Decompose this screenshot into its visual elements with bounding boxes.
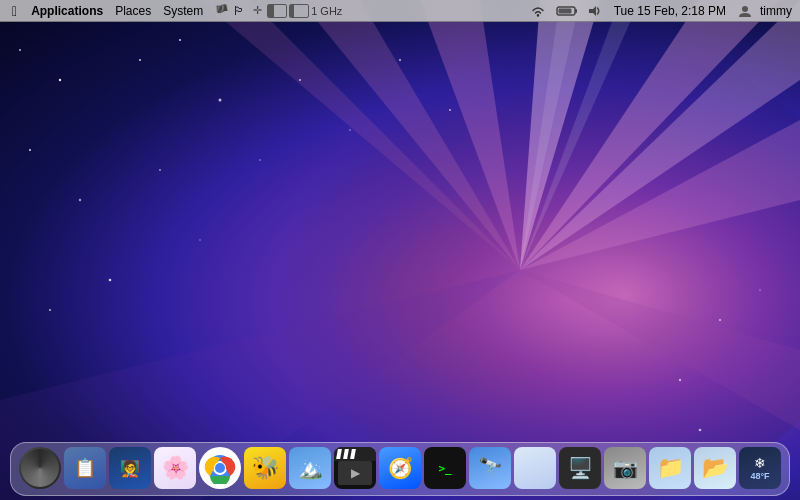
apple-menu[interactable]:  [4, 0, 25, 22]
svg-point-31 [259, 159, 261, 161]
dock-item-clapper[interactable]: ▶ [334, 447, 376, 489]
svg-marker-1 [520, 0, 780, 270]
svg-point-37 [742, 6, 748, 12]
svg-marker-6 [300, 0, 520, 270]
username-label[interactable]: timmy [760, 4, 792, 18]
dock-item-terminal[interactable]: >_ [424, 447, 466, 489]
svg-marker-36 [589, 6, 596, 16]
dock-item-folder2[interactable]: 📂 [694, 447, 736, 489]
svg-point-20 [199, 239, 200, 240]
pointer-icon[interactable]: ✛ [249, 3, 265, 19]
svg-point-41 [215, 463, 225, 473]
svg-point-21 [299, 79, 301, 81]
cpu-meter[interactable]: 1 GHz [267, 4, 342, 18]
desktop:  Applications Places System 🏴 🏳 ✛ [0, 0, 800, 500]
dock-item-safari[interactable]: 🧭 [379, 447, 421, 489]
svg-point-24 [449, 109, 451, 111]
dock-item-presentation[interactable]: 🧑‍🏫 [109, 447, 151, 489]
dock-item-appgrid[interactable] [514, 447, 556, 489]
svg-point-16 [79, 199, 81, 201]
user-icon[interactable] [736, 4, 754, 18]
svg-point-22 [349, 129, 351, 131]
svg-point-32 [537, 14, 539, 16]
svg-marker-7 [200, 0, 520, 270]
svg-rect-35 [558, 8, 571, 13]
svg-marker-5 [420, 0, 520, 270]
menu-places[interactable]: Places [109, 0, 157, 22]
svg-point-12 [59, 79, 61, 81]
wifi-status-icon[interactable] [528, 5, 548, 17]
menubar-left:  Applications Places System 🏴 🏳 ✛ [0, 0, 528, 22]
battery-icon[interactable] [554, 5, 580, 17]
dock-item-chrome[interactable] [199, 447, 241, 489]
svg-point-27 [759, 289, 761, 291]
flag-icon-2[interactable]: 🏳 [231, 3, 247, 19]
dock: 📋 🧑‍🏫 🌸 [10, 442, 790, 496]
svg-rect-34 [575, 9, 577, 13]
menu-applications[interactable]: Applications [25, 0, 109, 22]
dock-item-hibiscus[interactable]: 🌸 [154, 447, 196, 489]
dock-item-monitor[interactable]: 🖥️ [559, 447, 601, 489]
menubar-right: Tue 15 Feb, 2:18 PM timmy [528, 4, 800, 18]
svg-point-15 [29, 149, 31, 151]
dock-item-finder[interactable]: 🔭 [469, 447, 511, 489]
svg-point-17 [159, 169, 161, 171]
svg-marker-8 [520, 0, 640, 270]
volume-icon[interactable] [586, 4, 604, 18]
svg-point-29 [19, 49, 21, 51]
dock-item-globe[interactable] [19, 447, 61, 489]
svg-marker-2 [520, 0, 800, 270]
svg-point-0 [170, 20, 800, 500]
dock-item-folder1[interactable]: 📁 [649, 447, 691, 489]
svg-point-14 [219, 99, 222, 102]
dock-item-camera[interactable]: 📷 [604, 447, 646, 489]
svg-point-23 [399, 59, 401, 61]
svg-point-25 [679, 379, 681, 381]
dock-item-files[interactable]: 📋 [64, 447, 106, 489]
menu-system[interactable]: System [157, 0, 209, 22]
svg-marker-4 [520, 0, 600, 270]
svg-marker-3 [520, 120, 800, 270]
clock[interactable]: Tue 15 Feb, 2:18 PM [610, 4, 730, 18]
menubar:  Applications Places System 🏴 🏳 ✛ [0, 0, 800, 22]
dock-item-bee[interactable]: 🐝 [244, 447, 286, 489]
svg-marker-9 [520, 0, 580, 270]
dock-item-photos[interactable]: 🏔️ [289, 447, 331, 489]
cpu-speed-label: 1 GHz [311, 5, 342, 17]
dock-item-weather[interactable]: ❄ 48°F [739, 447, 781, 489]
svg-point-26 [719, 319, 721, 321]
flag-icon-1[interactable]: 🏴 [213, 3, 229, 19]
svg-point-13 [139, 59, 141, 61]
svg-point-28 [699, 429, 702, 432]
svg-point-18 [49, 309, 51, 311]
svg-marker-10 [520, 270, 800, 430]
svg-point-19 [109, 279, 112, 282]
svg-point-30 [179, 39, 181, 41]
